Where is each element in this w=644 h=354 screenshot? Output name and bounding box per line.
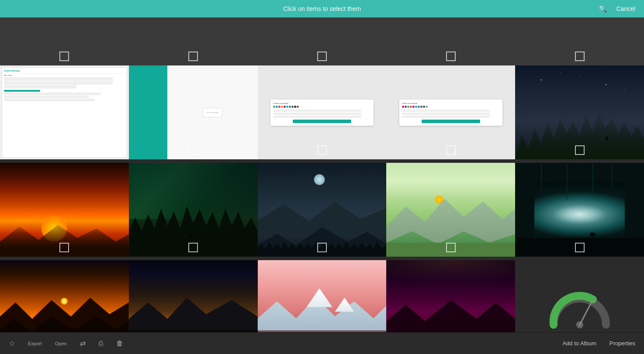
checkbox-r1c5[interactable] [575, 52, 585, 61]
photo-cell-r4c3[interactable] [258, 260, 387, 332]
checkbox-r3c3[interactable] [317, 243, 327, 252]
photo-cell-r4c4[interactable] [386, 260, 515, 332]
checkbox-r1c2[interactable] [188, 52, 198, 61]
cancel-button[interactable]: Cancel [616, 5, 635, 12]
properties-button[interactable]: Properties [609, 340, 635, 347]
gauge-svg [545, 285, 615, 329]
checkbox-r3c1[interactable] [59, 243, 69, 252]
toolbar-right: Add to Album Properties [562, 340, 635, 347]
main-content: Global Settings Basic settings [0, 17, 644, 332]
photo-cell-r1c3[interactable] [258, 17, 387, 65]
star-button[interactable]: ☆ [9, 339, 15, 347]
checkbox-r2c2[interactable] [188, 145, 198, 155]
photo-cell-r4c2[interactable]: ⌒ ⌒ ⌒ [129, 260, 258, 332]
photo-cell-r2c4[interactable]: Create new website [386, 65, 515, 159]
trash-icon: 🗑 [116, 340, 123, 347]
photo-cell-r4c5[interactable] [515, 260, 644, 332]
search-icon[interactable]: 🔍 [599, 5, 607, 13]
checkbox-r2c5[interactable] [575, 145, 585, 155]
photo-cell-r3c5[interactable] [515, 163, 644, 257]
share-icon: ⇄ [80, 339, 86, 347]
photo-cell-r2c5[interactable] [515, 65, 644, 159]
delete-button[interactable]: 🗑 [116, 340, 123, 347]
checkbox-r2c1[interactable] [59, 145, 69, 155]
photo-cell-r3c3[interactable] [258, 163, 387, 257]
photo-row-1 [0, 17, 644, 65]
share-button[interactable]: ⇄ [80, 339, 86, 347]
photo-cell-r1c1[interactable] [0, 17, 129, 65]
photo-cell-r2c2[interactable]: No content available [129, 65, 258, 159]
photo-cell-r2c1[interactable]: Global Settings Basic settings [0, 65, 129, 159]
photo-cell-r3c2[interactable] [129, 163, 258, 257]
checkbox-r2c4[interactable] [446, 145, 456, 155]
checkbox-r1c1[interactable] [59, 52, 69, 61]
bottom-toolbar: ☆ Export Open ⇄ ⎙ 🗑 Add to Album Propert… [0, 332, 644, 354]
photo-cell-r2c3[interactable]: Create new website [258, 65, 387, 159]
photo-row-3 [0, 163, 644, 257]
checkbox-r3c4[interactable] [446, 243, 456, 252]
add-to-album-button[interactable]: Add to Album [562, 340, 596, 347]
photo-row-2: Global Settings Basic settings [0, 65, 644, 159]
top-bar-actions: 🔍 Cancel [599, 5, 635, 13]
export-label: Export [28, 341, 42, 346]
open-label: Open [55, 341, 67, 346]
checkbox-r2c3[interactable] [317, 145, 327, 155]
print-icon: ⎙ [99, 340, 103, 347]
separator-2-3 [0, 159, 644, 163]
photo-cell-r1c4[interactable] [386, 17, 515, 65]
checkbox-r3c5[interactable] [575, 243, 585, 252]
top-bar: Click on items to select them 🔍 Cancel [0, 0, 644, 17]
open-button[interactable]: Open [55, 341, 67, 346]
photo-row-4: ⌒ ⌒ ⌒ [0, 260, 644, 332]
separator-3-4 [0, 257, 644, 260]
top-bar-title: Click on items to select them [283, 5, 361, 12]
photo-cell-r3c4[interactable] [386, 163, 515, 257]
star-icon: ☆ [9, 339, 15, 347]
print-button[interactable]: ⎙ [99, 340, 103, 347]
checkbox-r1c4[interactable] [446, 52, 456, 61]
photo-cell-r3c1[interactable] [0, 163, 129, 257]
checkbox-r3c2[interactable] [188, 243, 198, 252]
photo-cell-r1c2[interactable] [129, 17, 258, 65]
export-button[interactable]: Export [28, 341, 42, 346]
photo-cell-r1c5[interactable] [515, 17, 644, 65]
checkbox-r1c3[interactable] [317, 52, 327, 61]
photo-cell-r4c1[interactable] [0, 260, 129, 332]
